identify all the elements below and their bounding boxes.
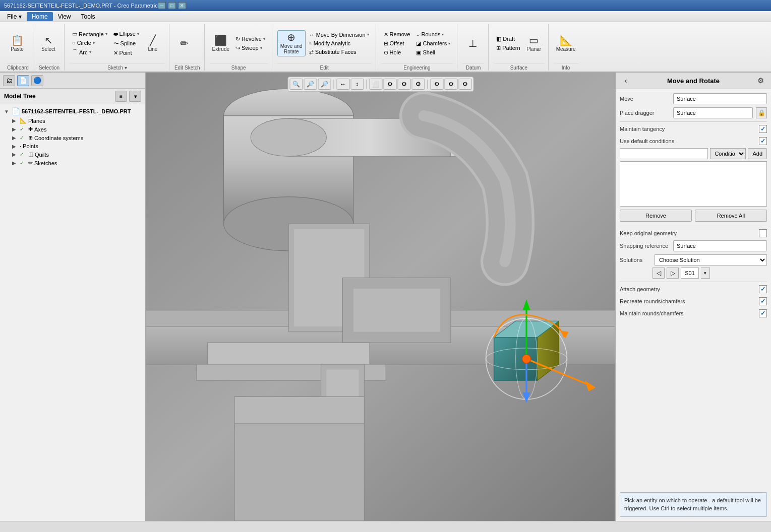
coord-label: Coordinate systems bbox=[34, 135, 83, 141]
view-btn1[interactable]: ⬜ bbox=[369, 79, 382, 90]
panel-back-btn[interactable]: ‹ bbox=[621, 76, 631, 86]
snapping-input[interactable] bbox=[673, 240, 767, 251]
remove-button[interactable]: Remove bbox=[620, 210, 692, 222]
tree-expand-btn[interactable]: ≡ bbox=[115, 91, 127, 102]
rounds-button[interactable]: ⌣ Rounds ▾ bbox=[413, 30, 453, 39]
remove-button[interactable]: ✕ Remove bbox=[381, 30, 413, 39]
spline-button[interactable]: 〜 Spline bbox=[111, 39, 142, 48]
editsketch-icon: ✏ bbox=[180, 38, 189, 48]
view-btn7[interactable]: ⚙ bbox=[458, 79, 471, 90]
shell-button[interactable]: ▣ Shell bbox=[413, 48, 453, 57]
tree-item-axes[interactable]: ▶ ✓ ✚ Axes bbox=[10, 125, 143, 134]
measure-button[interactable]: 📐 Measure bbox=[554, 34, 578, 53]
rounds-icon: ⌣ bbox=[416, 31, 420, 38]
menu-home[interactable]: Home bbox=[27, 12, 53, 21]
attach-geometry-checkbox[interactable] bbox=[759, 285, 767, 293]
tree-filter-btn[interactable]: 🔵 bbox=[31, 75, 43, 86]
solutions-dropdown[interactable]: Choose Solution bbox=[655, 254, 767, 265]
tree-item-quilts[interactable]: ▶ ✓ ◫ Quilts bbox=[10, 150, 143, 159]
points-label: Points bbox=[23, 143, 38, 149]
view-btn3[interactable]: ⚙ bbox=[397, 79, 410, 90]
rotate-btn[interactable]: ↕ bbox=[350, 79, 364, 90]
move-rotate-button[interactable]: ⊕ Move andRotate bbox=[277, 30, 306, 56]
viewport[interactable]: 🔍 🔎 🔎 ↔ ↕ ⬜ ⚙ ⚙ ⚙ ⚙ ⚙ ⚙ bbox=[146, 73, 615, 521]
keep-original-checkbox[interactable] bbox=[759, 229, 767, 237]
sweep-button[interactable]: ↪ Sweep ▾ bbox=[233, 44, 268, 52]
tree-item-points[interactable]: ▶ · Points bbox=[10, 142, 143, 150]
menu-tools[interactable]: Tools bbox=[76, 12, 100, 21]
panel-options-btn[interactable]: ⚙ bbox=[756, 76, 766, 86]
use-default-checkbox[interactable] bbox=[759, 137, 767, 145]
pan-btn[interactable]: ↔ bbox=[336, 79, 349, 90]
paste-button[interactable]: 📋 Paste bbox=[7, 34, 27, 53]
move-by-dim-button[interactable]: ↔ Move By Dimension ▾ bbox=[307, 31, 372, 39]
solution-next-btn[interactable]: ▷ bbox=[667, 268, 679, 279]
offset-button[interactable]: ⊞ Offset bbox=[381, 39, 413, 48]
editsketch-buttons: ✏ bbox=[174, 24, 200, 62]
solutions-row2: ◁ ▷ S01 ▾ bbox=[620, 268, 767, 279]
menu-view[interactable]: View bbox=[53, 12, 76, 21]
revolve-button[interactable]: ↻ Revolve ▾ bbox=[233, 35, 268, 43]
editsketch-btn[interactable]: ✏ bbox=[174, 37, 195, 50]
move-rotate-icon: ⊕ bbox=[287, 32, 295, 42]
tree-menu-btn[interactable]: ▾ bbox=[129, 91, 141, 102]
chamfers-icon: ◪ bbox=[416, 40, 421, 47]
zoom-out-btn[interactable]: 🔎 bbox=[318, 79, 331, 90]
close-button[interactable]: ✕ bbox=[178, 2, 186, 9]
minimize-button[interactable]: ─ bbox=[158, 2, 166, 9]
maximize-button[interactable]: □ bbox=[168, 2, 176, 9]
line-icon: ╱ bbox=[150, 35, 156, 45]
condition-dropdown[interactable]: Conditio bbox=[710, 148, 746, 159]
circle-button[interactable]: ○ Circle ▾ bbox=[70, 39, 110, 47]
modify-analytic-button[interactable]: ≈ Modify Analytic bbox=[307, 39, 372, 47]
view-btn6[interactable]: ⚙ bbox=[444, 79, 457, 90]
view-btn2[interactable]: ⚙ bbox=[383, 79, 396, 90]
condition-input[interactable] bbox=[620, 148, 708, 159]
remove-all-button[interactable]: Remove All bbox=[695, 210, 767, 222]
solution-counter-dropdown[interactable]: ▾ bbox=[701, 268, 710, 279]
planar-button[interactable]: ▭ Planar bbox=[524, 34, 544, 53]
menu-file[interactable]: File ▾ bbox=[2, 12, 27, 21]
tree-settings-btn[interactable]: 📄 bbox=[17, 75, 29, 86]
tree-item-coord[interactable]: ▶ ✓ ⊕ Coordinate systems bbox=[10, 134, 143, 142]
chamfers-button[interactable]: ◪ Chamfers ▾ bbox=[413, 39, 453, 48]
solution-prev-btn[interactable]: ◁ bbox=[653, 268, 665, 279]
recreate-rounds-checkbox[interactable] bbox=[759, 297, 767, 305]
place-dragger-input[interactable] bbox=[673, 107, 753, 118]
coord-check: ✓ bbox=[20, 135, 27, 141]
conditions-list bbox=[620, 161, 767, 207]
view-btn5[interactable]: ⚙ bbox=[430, 79, 443, 90]
arc-button[interactable]: ⌒ Arc ▾ bbox=[70, 47, 110, 57]
info-box: Pick an entity on which to operate - a d… bbox=[620, 492, 767, 517]
extrude-button[interactable]: ⬛ Extrude bbox=[210, 34, 232, 53]
draft-button[interactable]: ◧ Draft bbox=[494, 35, 522, 43]
maintain-tangency-label: Maintain tangency bbox=[620, 126, 665, 132]
tree-item-planes[interactable]: ▶ 📐 Planes bbox=[10, 116, 143, 125]
datum-buttons: ⊥ bbox=[462, 24, 484, 62]
select-button[interactable]: ↖ Select bbox=[38, 34, 58, 53]
rectangle-button[interactable]: ▭ Rectangle ▾ bbox=[70, 30, 110, 38]
hole-button[interactable]: ⊙ Hole bbox=[381, 48, 413, 57]
move-input[interactable] bbox=[673, 93, 767, 104]
select-icon: ↖ bbox=[44, 35, 53, 45]
substitute-faces-icon: ⇄ bbox=[309, 49, 314, 55]
arc-icon: ⌒ bbox=[72, 48, 78, 56]
view-btn4[interactable]: ⚙ bbox=[411, 79, 425, 90]
datum-btn[interactable]: ⊥ bbox=[462, 37, 483, 50]
tree-root-item[interactable]: ▼ 📄 5671162-SEITENTEIL-FESTL-_DEMO.PRT bbox=[2, 106, 143, 116]
maintain-tangency-checkbox[interactable] bbox=[759, 125, 767, 133]
axes-expand: ▶ bbox=[12, 126, 18, 132]
maintain-rounds-checkbox[interactable] bbox=[759, 309, 767, 317]
line-button[interactable]: ╱ Line bbox=[143, 34, 163, 53]
add-button[interactable]: Add bbox=[748, 148, 767, 159]
lock-btn[interactable]: 🔒 bbox=[756, 107, 767, 118]
zoom-fit-btn[interactable]: 🔍 bbox=[289, 79, 303, 90]
tree-item-sketches[interactable]: ▶ ✓ ✏ Sketches bbox=[10, 159, 143, 167]
point-button[interactable]: ✕ Point bbox=[111, 49, 142, 57]
substitute-faces-button[interactable]: ⇄ Substitute Faces bbox=[307, 48, 372, 56]
zoom-in-btn[interactable]: 🔎 bbox=[304, 79, 317, 90]
ellipse-button[interactable]: ⬬ Ellipse ▾ bbox=[111, 30, 142, 38]
pattern-button[interactable]: ⊞ Pattern bbox=[494, 44, 522, 52]
tree-icon-btn[interactable]: 🗂 bbox=[3, 75, 15, 86]
planes-expand: ▶ bbox=[12, 118, 18, 123]
